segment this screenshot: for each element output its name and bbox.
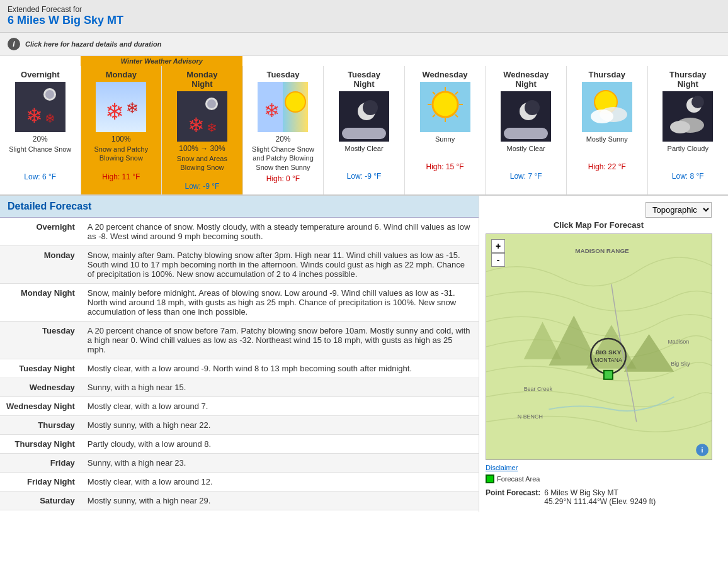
detailed-row: Wednesday NightMostly clear, with a low … (0, 397, 479, 416)
forecast-temp: High: 22 °F (569, 162, 645, 171)
forecast-description: Slight Chance Snow (3, 145, 78, 170)
forecast-temp: High: 0 °F (246, 174, 321, 183)
detailed-day: Overnight (0, 218, 81, 246)
forecast-temp: Low: -9 °F (164, 182, 240, 191)
svg-text:❄: ❄ (105, 99, 124, 125)
main-layout: Detailed Forecast OvernightA 20 percent … (0, 196, 728, 512)
map-type-select[interactable]: TopographicSatelliteRadar (646, 202, 712, 218)
forecast-area-label: Forecast Area (497, 475, 540, 483)
svg-text:N BENCH: N BENCH (518, 413, 543, 420)
forecast-day-label: WednesdayNight (488, 70, 564, 89)
forecast-grid: Overnight ❄ ❄20%Slight Chance SnowLow: 6… (0, 66, 728, 194)
detailed-day: Thursday Night (0, 435, 81, 454)
svg-point-40 (691, 96, 704, 108)
map-controls: TopographicSatelliteRadar (486, 202, 712, 218)
forecast-description: Sunny (407, 135, 483, 160)
svg-point-42 (670, 121, 690, 133)
forecast-col-thursday: Thursday Mostly SunnyHigh: 22 °F (567, 66, 648, 194)
forecast-temp: Low: -9 °F (326, 172, 402, 181)
weather-icon-thursday (582, 82, 632, 132)
precip-value: 20% (3, 135, 78, 143)
detailed-day: Saturday (0, 491, 81, 510)
detailed-day: Wednesday Night (0, 397, 81, 416)
header-subtitle: Extended Forecast for (8, 5, 720, 14)
detailed-day: Tuesday Night (0, 359, 81, 378)
forecast-description: Mostly Clear (488, 144, 564, 169)
detailed-text: Mostly clear, with a low around 12. (81, 473, 479, 491)
detailed-text: Mostly clear, with a low around -9. Nort… (81, 359, 479, 378)
svg-text:Madison: Madison (668, 339, 689, 345)
svg-rect-19 (342, 128, 386, 139)
forecast-day-label: MondayNight (164, 70, 240, 89)
svg-text:❄: ❄ (44, 111, 55, 125)
detailed-row: MondaySnow, mainly after 9am. Patchy blo… (0, 246, 479, 284)
svg-rect-52 (604, 371, 613, 379)
detailed-row: OvernightA 20 percent chance of snow. Mo… (0, 218, 479, 246)
map-container[interactable]: + - MADISON RANGE (486, 233, 712, 460)
detailed-row: Monday NightSnow, mainly before midnight… (0, 284, 479, 322)
forecast-grid-wrapper: Winter Weather Advisory Overnight ❄ ❄20%… (0, 56, 728, 196)
forecast-day-label: Overnight (3, 70, 78, 79)
map-svg: MADISON RANGE Bear Creek N BENCH Madison… (486, 234, 712, 459)
zoom-in-button[interactable]: + (491, 239, 505, 253)
forecast-day-label: Thursday (569, 70, 645, 79)
precip-value: 100% → 30% (164, 144, 240, 153)
forecast-col-monday: Monday ❄ ❄100%Snow and Patchy Blowing Sn… (81, 66, 162, 194)
hazard-icon: i (8, 38, 20, 50)
forecast-col-wednesday-night: WednesdayNight Mostly ClearLow: 7 °F (486, 66, 567, 194)
weather-icon-wednesday (420, 82, 470, 132)
detailed-text: Snow, mainly after 9am. Patchy blowing s… (81, 246, 479, 284)
detailed-day: Friday (0, 454, 81, 473)
svg-point-15 (285, 92, 305, 112)
detailed-text: Mostly clear, with a low around 7. (81, 397, 479, 416)
detailed-text: Mostly sunny, with a high near 22. (81, 416, 479, 435)
svg-text:❄: ❄ (126, 99, 139, 116)
detailed-row: WednesdaySunny, with a high near 15. (0, 378, 479, 397)
weather-icon-monday: ❄ ❄ (96, 82, 146, 132)
zoom-out-button[interactable]: - (491, 253, 505, 267)
svg-text:MONTANA: MONTANA (594, 357, 622, 363)
svg-text:❄: ❄ (264, 100, 280, 121)
forecast-description: Partly Cloudy (651, 144, 726, 169)
detailed-row: TuesdayA 20 percent chance of snow befor… (0, 322, 479, 359)
map-zoom: + - (491, 239, 505, 267)
weather-icon-overnight: ❄ ❄ (15, 82, 65, 132)
detailed-day: Thursday (0, 416, 81, 435)
forecast-col-wednesday: Wednesday SunnyHigh: 15 °F (405, 66, 486, 194)
detailed-header: Detailed Forecast (0, 196, 479, 218)
detailed-day: Friday Night (0, 473, 81, 491)
svg-text:Bear Creek: Bear Creek (524, 386, 553, 392)
weather-icon-thursday-night (663, 91, 713, 142)
header-title: 6 Miles W Big Sky MT (8, 14, 720, 27)
svg-text:Big Sky: Big Sky (671, 361, 690, 367)
point-forecast-area: Point Forecast: 6 Miles W Big Sky MT 45.… (486, 488, 712, 506)
detailed-text: Snow, mainly before midnight. Areas of b… (81, 284, 479, 322)
disclaimer-link[interactable]: Disclaimer (486, 464, 518, 471)
hazard-bar: i Click here for hazard details and dura… (0, 33, 728, 56)
forecast-day-label: ThursdayNight (651, 70, 726, 89)
detailed-text: Mostly sunny, with a high near 29. (81, 491, 479, 510)
detailed-row: Friday NightMostly clear, with a low aro… (0, 473, 479, 491)
precip-value: 100% (84, 135, 159, 143)
forecast-temp: Low: 7 °F (488, 172, 564, 181)
svg-text:❄: ❄ (187, 114, 204, 137)
forecast-temp: High: 15 °F (407, 162, 483, 171)
svg-text:BIG SKY: BIG SKY (595, 349, 621, 356)
detailed-day: Wednesday (0, 378, 81, 397)
forecast-description: Snow and Areas Blowing Snow (164, 154, 240, 179)
svg-text:MADISON RANGE: MADISON RANGE (575, 247, 629, 254)
map-footer: Disclaimer Forecast Area (486, 463, 712, 483)
forecast-col-overnight: Overnight ❄ ❄20%Slight Chance SnowLow: 6… (0, 66, 81, 194)
svg-rect-33 (504, 128, 548, 139)
detailed-table: OvernightA 20 percent chance of snow. Mo… (0, 218, 479, 510)
hazard-link[interactable]: Click here for hazard details and durati… (25, 40, 161, 48)
detailed-row: Tuesday NightMostly clear, with a low ar… (0, 359, 479, 378)
forecast-day-label: Wednesday (407, 70, 483, 79)
forecast-temp: High: 11 °F (84, 172, 159, 181)
svg-text:i: i (702, 446, 703, 454)
precip-value: 20% (246, 135, 321, 143)
forecast-day-label: TuesdayNight (326, 70, 402, 89)
svg-text:❄: ❄ (25, 104, 42, 127)
detailed-day: Monday (0, 246, 81, 284)
forecast-right: TopographicSatelliteRadar Click Map For … (479, 196, 718, 512)
